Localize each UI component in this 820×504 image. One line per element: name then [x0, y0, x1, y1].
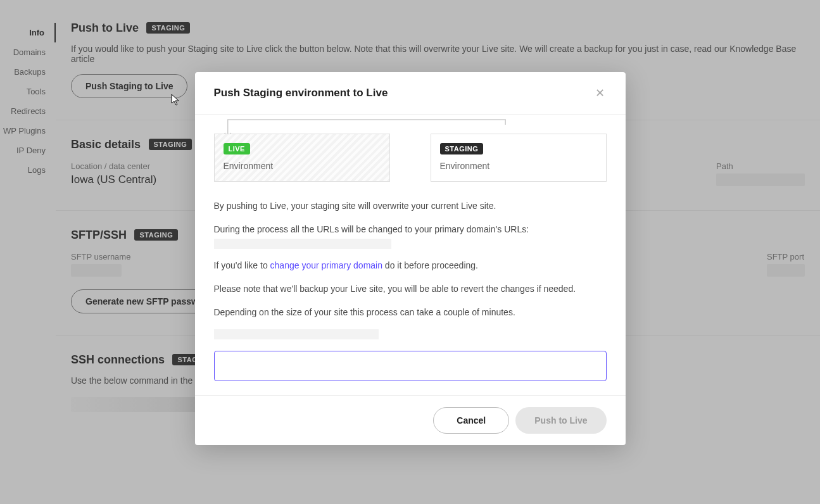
push-staging-modal: Push Staging environment to Live ✕ LIVE … — [195, 72, 626, 445]
staging-badge: STAGING — [440, 143, 484, 154]
confirm-prompt-redacted — [214, 329, 379, 339]
text-fragment: If you'd like to — [214, 260, 270, 270]
modal-overwrite-text: By pushing to Live, your staging site wi… — [214, 199, 607, 213]
confirmation-input[interactable] — [214, 351, 607, 381]
modal-urls-text: During the process all the URLs will be … — [214, 223, 607, 236]
environment-label: Environment — [440, 161, 597, 171]
change-primary-domain-link[interactable]: change your primary domain — [270, 260, 382, 270]
text-fragment: do it before proceeding. — [382, 260, 478, 270]
modal-backup-text: Please note that we'll backup your Live … — [214, 282, 607, 296]
cancel-button[interactable]: Cancel — [433, 407, 509, 434]
modal-change-domain-text: If you'd like to change your primary dom… — [214, 259, 607, 272]
primary-domain-redacted — [214, 239, 391, 249]
environment-label: Environment — [224, 161, 381, 171]
modal-duration-text: Depending on the size of your site this … — [214, 306, 607, 319]
push-to-live-button[interactable]: Push to Live — [515, 407, 606, 434]
modal-overlay[interactable]: Push Staging environment to Live ✕ LIVE … — [0, 0, 820, 504]
staging-environment-card: STAGING Environment — [431, 134, 607, 182]
close-icon[interactable]: ✕ — [594, 86, 607, 100]
live-environment-card: LIVE Environment — [214, 134, 390, 182]
live-badge: LIVE — [224, 143, 250, 154]
modal-title: Push Staging environment to Live — [214, 87, 388, 99]
